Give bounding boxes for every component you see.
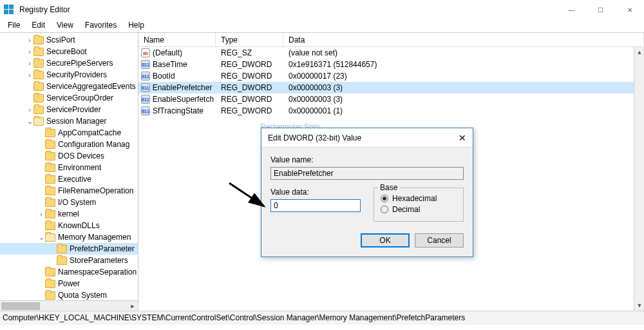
value-type: REG_DWORD	[216, 60, 283, 69]
tree-label: NamespaceSeparation	[58, 267, 137, 277]
window-controls: — ☐ ✕	[557, 0, 644, 19]
list-vscrollbar[interactable]: ▲ ▼	[634, 47, 644, 311]
radio-icon	[381, 195, 388, 202]
expand-icon[interactable]: ›	[26, 36, 33, 44]
folder-icon	[33, 82, 44, 91]
close-button[interactable]: ✕	[615, 0, 644, 19]
tree-label: StoreParameters	[70, 256, 128, 265]
tree-hscrollbar[interactable]: ◄ ►	[0, 300, 138, 311]
tree-label: SecurePipeServers	[46, 59, 113, 68]
expand-icon[interactable]: ›	[26, 59, 33, 67]
value-row[interactable]: 011SfTracingStateREG_DWORD0x00000001 (1)	[138, 105, 644, 117]
value-type: REG_SZ	[216, 48, 283, 57]
menu-view[interactable]: View	[52, 19, 79, 32]
radio-label: Decimal	[392, 205, 420, 214]
folder-icon	[33, 117, 44, 126]
tree-item[interactable]: ›Quota System	[0, 289, 138, 301]
value-type: REG_DWORD	[216, 95, 283, 104]
ok-button[interactable]: OK	[361, 233, 410, 248]
scroll-up-icon[interactable]: ▲	[634, 47, 644, 57]
folder-icon	[45, 280, 55, 288]
tree-label: Executive	[58, 175, 91, 184]
tree-item[interactable]: ›ServiceProvider	[0, 104, 138, 115]
tree-label: Power	[58, 279, 80, 288]
tree-item[interactable]: ›PrefetchParameter	[0, 243, 138, 255]
expand-icon[interactable]: ›	[26, 106, 33, 113]
tree-item[interactable]: ›Environment	[0, 162, 138, 173]
value-row[interactable]: 011BaseTimeREG_DWORD0x1e916371 (51284465…	[138, 59, 644, 70]
folder-icon	[33, 36, 44, 44]
tree-item[interactable]: ›DOS Devices	[0, 150, 138, 162]
tree-item[interactable]: ›I/O System	[0, 197, 138, 208]
column-name[interactable]: Name	[138, 33, 216, 46]
expand-icon[interactable]: ⌄	[26, 117, 33, 126]
scroll-down-icon[interactable]: ▼	[634, 300, 644, 311]
string-icon: ab	[141, 48, 150, 57]
scroll-right-icon[interactable]: ►	[128, 301, 138, 311]
column-type[interactable]: Type	[216, 33, 283, 46]
valuename-field[interactable]	[270, 167, 464, 180]
minimize-button[interactable]: —	[557, 0, 586, 19]
tree-item[interactable]: ›Power	[0, 278, 138, 289]
folder-icon	[45, 164, 55, 172]
tree-item[interactable]: ›kernel	[0, 208, 138, 220]
dialog-titlebar[interactable]: Edit DWORD (32-bit) Value ✕	[261, 128, 473, 148]
expand-icon[interactable]: ›	[26, 71, 33, 79]
tree-label: Quota System	[58, 291, 107, 300]
tree-item[interactable]: ›StoreParameters	[0, 255, 138, 266]
tree-label: Environment	[58, 163, 101, 172]
title-bar: Registry Editor — ☐ ✕	[0, 0, 644, 19]
radio-decimal[interactable]: Decimal	[381, 205, 457, 214]
tree-label: ServiceGroupOrder	[46, 93, 113, 102]
app-icon	[4, 5, 14, 15]
menu-bar: File Edit View Favorites Help	[0, 19, 644, 32]
menu-favorites[interactable]: Favorites	[80, 19, 122, 32]
maximize-button[interactable]: ☐	[586, 0, 615, 19]
folder-icon	[33, 71, 44, 79]
value-row[interactable]: ab(Default)REG_SZ(value not set)	[138, 47, 644, 59]
tree-item[interactable]: ›ScsiPort	[0, 34, 138, 46]
tree-item[interactable]: ›AppCompatCache	[0, 127, 138, 139]
dword-icon: 011	[141, 95, 150, 104]
scroll-thumb[interactable]	[1, 302, 40, 310]
valuename-label: Value name:	[270, 155, 464, 164]
expand-icon[interactable]: ›	[26, 48, 33, 55]
value-name: BootId	[153, 72, 175, 81]
menu-edit[interactable]: Edit	[26, 19, 50, 32]
tree-item[interactable]: ›Executive	[0, 173, 138, 185]
tree-item[interactable]: ›Configuration Manag	[0, 139, 138, 150]
tree-item[interactable]: ⌄Memory Managemen	[0, 231, 138, 243]
value-row[interactable]: 011BootIdREG_DWORD0x00000017 (23)	[138, 70, 644, 82]
tree-item[interactable]: ›KnownDLLs	[0, 220, 138, 231]
tree-item[interactable]: ›ServiceGroupOrder	[0, 92, 138, 104]
value-name: EnablePrefetcher	[153, 83, 213, 92]
tree-item[interactable]: ⌄Session Manager	[0, 115, 138, 127]
folder-icon	[45, 210, 55, 218]
dialog-close-icon[interactable]: ✕	[459, 133, 466, 143]
tree-item[interactable]: ›SecureBoot	[0, 46, 138, 57]
tree-item[interactable]: ›FileRenameOperation	[0, 185, 138, 197]
tree-item[interactable]: ›NamespaceSeparation	[0, 266, 138, 278]
radio-hexadecimal[interactable]: Hexadecimal	[381, 194, 457, 203]
menu-file[interactable]: File	[3, 19, 25, 32]
folder-icon	[45, 187, 55, 195]
tree-label: ScsiPort	[46, 35, 75, 44]
value-type: REG_DWORD	[216, 106, 283, 115]
dialog-title: Edit DWORD (32-bit) Value	[268, 133, 361, 142]
tree-item[interactable]: ›ServiceAggregatedEvents	[0, 81, 138, 92]
cancel-button[interactable]: Cancel	[415, 233, 464, 248]
menu-help[interactable]: Help	[123, 19, 149, 32]
expand-icon[interactable]: ⌄	[37, 233, 45, 242]
value-row[interactable]: 011EnablePrefetcherREG_DWORD0x00000003 (…	[138, 82, 644, 93]
expand-icon[interactable]: ›	[37, 210, 45, 218]
registry-tree[interactable]: ›ScsiPort›SecureBoot›SecurePipeServers›S…	[0, 33, 138, 311]
tree-item[interactable]: ›SecurityProviders	[0, 69, 138, 81]
valuedata-field[interactable]	[270, 199, 361, 212]
window-title: Registry Editor	[19, 5, 70, 14]
value-row[interactable]: 011EnableSuperfetchREG_DWORD0x00000003 (…	[138, 93, 644, 105]
values-list[interactable]: ab(Default)REG_SZ(value not set)011BaseT…	[138, 47, 644, 117]
column-data[interactable]: Data	[283, 33, 644, 46]
folder-icon	[45, 141, 55, 149]
tree-item[interactable]: ›SecurePipeServers	[0, 57, 138, 69]
dword-icon: 011	[141, 106, 150, 115]
